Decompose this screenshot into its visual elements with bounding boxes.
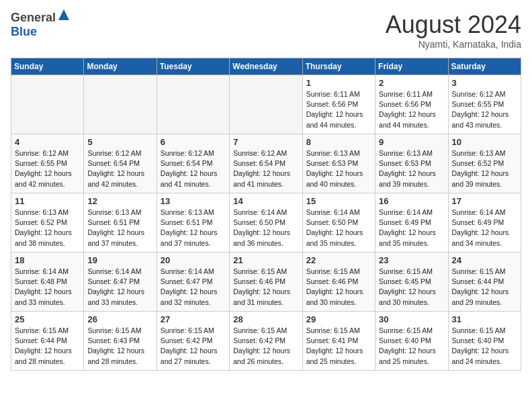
- calendar-cell: 16Sunrise: 6:14 AM Sunset: 6:49 PM Dayli…: [375, 193, 448, 253]
- day-info: Sunrise: 6:15 AM Sunset: 6:43 PM Dayligh…: [87, 326, 152, 367]
- day-number: 11: [15, 196, 80, 206]
- day-number: 13: [161, 196, 226, 206]
- day-number: 25: [15, 314, 80, 324]
- day-number: 29: [306, 314, 371, 324]
- column-header-saturday: Saturday: [448, 58, 521, 75]
- calendar-cell: 9Sunrise: 6:13 AM Sunset: 6:53 PM Daylig…: [375, 134, 448, 193]
- day-info: Sunrise: 6:14 AM Sunset: 6:49 PM Dayligh…: [379, 208, 444, 248]
- day-info: Sunrise: 6:13 AM Sunset: 6:51 PM Dayligh…: [87, 208, 152, 248]
- day-info: Sunrise: 6:15 AM Sunset: 6:46 PM Dayligh…: [306, 267, 371, 308]
- day-number: 21: [233, 255, 298, 265]
- calendar-week-row: 4Sunrise: 6:12 AM Sunset: 6:55 PM Daylig…: [11, 134, 521, 193]
- day-number: 9: [379, 137, 444, 147]
- logo-triangle-icon: [58, 9, 70, 24]
- calendar-cell: 8Sunrise: 6:13 AM Sunset: 6:53 PM Daylig…: [302, 134, 375, 193]
- calendar-week-row: 25Sunrise: 6:15 AM Sunset: 6:44 PM Dayli…: [11, 312, 521, 371]
- day-info: Sunrise: 6:13 AM Sunset: 6:51 PM Dayligh…: [161, 208, 226, 248]
- calendar-cell: 3Sunrise: 6:12 AM Sunset: 6:55 PM Daylig…: [448, 75, 521, 134]
- day-info: Sunrise: 6:14 AM Sunset: 6:48 PM Dayligh…: [15, 267, 80, 308]
- day-number: 20: [161, 255, 226, 265]
- calendar-cell: 10Sunrise: 6:13 AM Sunset: 6:52 PM Dayli…: [448, 134, 521, 193]
- day-info: Sunrise: 6:11 AM Sunset: 6:56 PM Dayligh…: [379, 89, 444, 130]
- day-info: Sunrise: 6:13 AM Sunset: 6:52 PM Dayligh…: [452, 148, 517, 189]
- logo: General Blue: [11, 11, 70, 39]
- calendar-cell: 28Sunrise: 6:15 AM Sunset: 6:42 PM Dayli…: [230, 312, 302, 371]
- day-number: 1: [306, 78, 371, 88]
- day-number: 7: [233, 137, 298, 147]
- calendar-cell: 6Sunrise: 6:12 AM Sunset: 6:54 PM Daylig…: [157, 134, 229, 193]
- calendar-cell: 30Sunrise: 6:15 AM Sunset: 6:40 PM Dayli…: [375, 312, 448, 371]
- day-number: 5: [87, 137, 152, 147]
- svg-marker-0: [58, 9, 69, 20]
- day-number: 6: [161, 137, 226, 147]
- day-info: Sunrise: 6:13 AM Sunset: 6:53 PM Dayligh…: [306, 148, 371, 189]
- day-number: 22: [306, 255, 371, 265]
- day-number: 4: [15, 137, 80, 147]
- day-number: 12: [87, 196, 152, 206]
- calendar-header-row: SundayMondayTuesdayWednesdayThursdayFrid…: [11, 58, 521, 75]
- day-info: Sunrise: 6:11 AM Sunset: 6:56 PM Dayligh…: [306, 89, 371, 130]
- day-info: Sunrise: 6:12 AM Sunset: 6:55 PM Dayligh…: [452, 89, 517, 130]
- month-year-title: August 2024: [386, 11, 521, 39]
- day-number: 31: [452, 314, 517, 324]
- calendar-cell: [11, 75, 84, 134]
- day-number: 23: [379, 255, 444, 265]
- column-header-wednesday: Wednesday: [230, 58, 302, 75]
- calendar-cell: 18Sunrise: 6:14 AM Sunset: 6:48 PM Dayli…: [11, 253, 84, 312]
- day-number: 28: [233, 314, 298, 324]
- calendar-cell: [157, 75, 229, 134]
- day-info: Sunrise: 6:15 AM Sunset: 6:42 PM Dayligh…: [233, 326, 298, 367]
- day-number: 14: [233, 196, 298, 206]
- day-info: Sunrise: 6:13 AM Sunset: 6:52 PM Dayligh…: [15, 208, 80, 248]
- calendar-cell: 27Sunrise: 6:15 AM Sunset: 6:42 PM Dayli…: [157, 312, 229, 371]
- day-info: Sunrise: 6:12 AM Sunset: 6:55 PM Dayligh…: [15, 148, 80, 189]
- calendar-week-row: 11Sunrise: 6:13 AM Sunset: 6:52 PM Dayli…: [11, 193, 521, 253]
- day-number: 15: [306, 196, 371, 206]
- calendar-cell: 21Sunrise: 6:15 AM Sunset: 6:46 PM Dayli…: [230, 253, 302, 312]
- day-info: Sunrise: 6:15 AM Sunset: 6:44 PM Dayligh…: [452, 267, 517, 308]
- day-number: 17: [452, 196, 517, 206]
- day-number: 8: [306, 137, 371, 147]
- calendar-cell: [84, 75, 157, 134]
- day-info: Sunrise: 6:12 AM Sunset: 6:54 PM Dayligh…: [87, 148, 152, 189]
- day-number: 16: [379, 196, 444, 206]
- day-info: Sunrise: 6:15 AM Sunset: 6:45 PM Dayligh…: [379, 267, 444, 308]
- day-info: Sunrise: 6:15 AM Sunset: 6:44 PM Dayligh…: [15, 326, 80, 367]
- calendar-week-row: 1Sunrise: 6:11 AM Sunset: 6:56 PM Daylig…: [11, 75, 521, 134]
- day-info: Sunrise: 6:15 AM Sunset: 6:40 PM Dayligh…: [452, 326, 517, 367]
- calendar-cell: 12Sunrise: 6:13 AM Sunset: 6:51 PM Dayli…: [84, 193, 157, 253]
- calendar-cell: 5Sunrise: 6:12 AM Sunset: 6:54 PM Daylig…: [84, 134, 157, 193]
- day-info: Sunrise: 6:15 AM Sunset: 6:42 PM Dayligh…: [161, 326, 226, 367]
- calendar-cell: 20Sunrise: 6:14 AM Sunset: 6:47 PM Dayli…: [157, 253, 229, 312]
- calendar-cell: 25Sunrise: 6:15 AM Sunset: 6:44 PM Dayli…: [11, 312, 84, 371]
- calendar-week-row: 18Sunrise: 6:14 AM Sunset: 6:48 PM Dayli…: [11, 253, 521, 312]
- calendar-cell: 22Sunrise: 6:15 AM Sunset: 6:46 PM Dayli…: [302, 253, 375, 312]
- calendar-cell: 24Sunrise: 6:15 AM Sunset: 6:44 PM Dayli…: [448, 253, 521, 312]
- day-info: Sunrise: 6:12 AM Sunset: 6:54 PM Dayligh…: [233, 148, 298, 189]
- day-info: Sunrise: 6:12 AM Sunset: 6:54 PM Dayligh…: [161, 148, 226, 189]
- calendar-table: SundayMondayTuesdayWednesdayThursdayFrid…: [11, 58, 521, 371]
- day-number: 30: [379, 314, 444, 324]
- day-info: Sunrise: 6:15 AM Sunset: 6:41 PM Dayligh…: [306, 326, 371, 367]
- calendar-cell: 23Sunrise: 6:15 AM Sunset: 6:45 PM Dayli…: [375, 253, 448, 312]
- column-header-thursday: Thursday: [302, 58, 375, 75]
- day-number: 19: [87, 255, 152, 265]
- day-info: Sunrise: 6:14 AM Sunset: 6:47 PM Dayligh…: [161, 267, 226, 308]
- day-number: 18: [15, 255, 80, 265]
- calendar-cell: 7Sunrise: 6:12 AM Sunset: 6:54 PM Daylig…: [230, 134, 302, 193]
- day-number: 24: [452, 255, 517, 265]
- day-info: Sunrise: 6:15 AM Sunset: 6:46 PM Dayligh…: [233, 267, 298, 308]
- calendar-cell: 2Sunrise: 6:11 AM Sunset: 6:56 PM Daylig…: [375, 75, 448, 134]
- calendar-cell: 26Sunrise: 6:15 AM Sunset: 6:43 PM Dayli…: [84, 312, 157, 371]
- day-number: 26: [87, 314, 152, 324]
- calendar-cell: 13Sunrise: 6:13 AM Sunset: 6:51 PM Dayli…: [157, 193, 229, 253]
- calendar-cell: 11Sunrise: 6:13 AM Sunset: 6:52 PM Dayli…: [11, 193, 84, 253]
- day-number: 10: [452, 137, 517, 147]
- day-info: Sunrise: 6:13 AM Sunset: 6:53 PM Dayligh…: [379, 148, 444, 189]
- day-info: Sunrise: 6:14 AM Sunset: 6:50 PM Dayligh…: [233, 208, 298, 248]
- day-number: 27: [161, 314, 226, 324]
- calendar-cell: [230, 75, 302, 134]
- day-info: Sunrise: 6:14 AM Sunset: 6:49 PM Dayligh…: [452, 208, 517, 248]
- day-info: Sunrise: 6:14 AM Sunset: 6:50 PM Dayligh…: [306, 208, 371, 248]
- calendar-cell: 31Sunrise: 6:15 AM Sunset: 6:40 PM Dayli…: [448, 312, 521, 371]
